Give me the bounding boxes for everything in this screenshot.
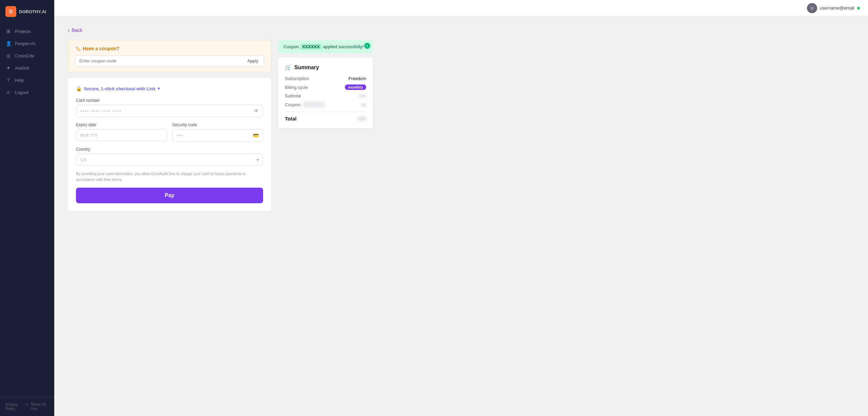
subtotal-value: $$$ (359, 93, 366, 98)
country-chevron-icon: ▾ (257, 157, 259, 162)
coupon-banner: 🏷️ Have a coupon? Apply (68, 40, 271, 72)
sidebar-item-label: Projects (15, 29, 31, 34)
summary-row-subscription: Subscription Freedom (285, 76, 366, 81)
privacy-policy-link[interactable]: Privacy Policy (5, 402, 24, 411)
subscription-label: Subscription (285, 76, 309, 81)
footer-separator: • (27, 402, 28, 411)
expiry-group: Expiry date MM/YY (76, 122, 167, 141)
sidebar-logo: D DOROTHY.AI (0, 0, 54, 22)
coupon-tag-icon: 🏷️ (75, 46, 81, 51)
username-label: username@email (820, 5, 854, 11)
topbar-user[interactable]: U username@email (807, 3, 860, 13)
app-logo-text: DOROTHY.AI (19, 9, 46, 14)
card-number-dots: •••• •••• •••• •••• (80, 109, 122, 114)
summary-divider (285, 111, 366, 112)
eye-icon[interactable]: 👁 (254, 108, 259, 114)
people-ai-icon: 👤 (5, 41, 12, 46)
sidebar-item-label: Logout (15, 90, 28, 95)
coupon-apply-button[interactable]: Apply (242, 55, 264, 67)
security-code-label: Security code (172, 122, 263, 127)
checkout-layout: 🏷️ Have a coupon? Apply 🔒 Secure, 1-clic… (68, 40, 373, 211)
sidebar: D DOROTHY.AI ⊞ Projects 👤 People+AI ◎ Cr… (0, 0, 54, 416)
security-code-input-wrapper[interactable]: ••• 💳 (172, 129, 263, 141)
total-label: Total (285, 116, 297, 121)
topbar: U username@email (54, 0, 868, 16)
summary-row-coupon: Coupon: XXXXXX -$$ (285, 102, 366, 107)
coupon-name-blurred: XXXXXX (303, 102, 325, 107)
summary-row-total: Total $$$ (285, 116, 366, 121)
coupon-success-text: Coupon XXXXXX applied successfully! (283, 44, 368, 49)
sidebar-item-label: People+AI (15, 41, 35, 46)
billing-cycle-label: Billing cycle (285, 85, 308, 90)
page-content: ‹ Back 🏷️ Have a coupon? Apply (54, 16, 868, 416)
country-select[interactable]: US ▾ (76, 154, 263, 166)
summary-card: 🛒 Summary Subscription Freedom Billing c… (278, 57, 373, 128)
coupon-row-label: Coupon: (285, 102, 301, 107)
coupon-success-banner: Coupon XXXXXX applied successfully! × (278, 40, 373, 53)
sidebar-item-label: AskDot (15, 65, 29, 71)
summary-row-billing-cycle: Billing cycle monthly (285, 84, 366, 90)
coupon-dismiss-button[interactable]: × (364, 43, 370, 49)
sidebar-item-label: Help (15, 78, 24, 83)
coupon-label-row: Coupon: XXXXXX (285, 102, 325, 107)
sidebar-item-askdot[interactable]: ✦ AskDot (0, 62, 54, 74)
total-value: $$$ (358, 116, 366, 121)
terms-text: By providing your card information, you … (76, 171, 263, 182)
summary-section: Coupon XXXXXX applied successfully! × 🛒 … (278, 40, 373, 128)
sidebar-item-projects[interactable]: ⊞ Projects (0, 25, 54, 37)
cart-icon: 🛒 (285, 64, 292, 71)
card-number-label: Card number (76, 98, 263, 103)
main-content: U username@email ‹ Back 🏷️ Have a coupon… (54, 0, 868, 416)
security-code-group: Security code ••• 💳 (172, 122, 263, 141)
summary-title: 🛒 Summary (285, 64, 366, 71)
help-icon: ? (5, 77, 12, 83)
summary-row-subtotal: Subtotal $$$ (285, 93, 366, 98)
back-label: Back (72, 27, 82, 33)
coupon-banner-title: 🏷️ Have a coupon? (75, 46, 264, 51)
sidebar-item-logout[interactable]: ⎋ Logout (0, 86, 54, 98)
subscription-value: Freedom (349, 76, 366, 81)
expiry-input-wrapper[interactable]: MM/YY (76, 129, 167, 141)
card-number-input-wrapper[interactable]: •••• •••• •••• •••• 👁 (76, 105, 263, 117)
sidebar-item-help[interactable]: ? Help (0, 74, 54, 86)
sidebar-item-people-ai[interactable]: 👤 People+AI (0, 37, 54, 50)
footer-links: Privacy Policy • Terms Of Use (5, 402, 49, 411)
logout-icon: ⎋ (5, 90, 12, 95)
sidebar-footer: Privacy Policy • Terms Of Use (0, 397, 54, 416)
sidebar-item-crosscite[interactable]: ◎ CrossCite (0, 50, 54, 62)
country-group: Country US ▾ (76, 147, 263, 166)
chevron-down-icon: ▾ (158, 86, 160, 91)
lock-icon: 🔒 (76, 86, 82, 91)
secure-checkout-link[interactable]: 🔒 Secure, 1-click checkout with Link ▾ (76, 86, 263, 91)
online-status-indicator (857, 7, 860, 10)
subtotal-label: Subtotal (285, 93, 301, 98)
expiry-security-row: Expiry date MM/YY Security code ••• 💳 (76, 122, 263, 141)
payment-card: 🔒 Secure, 1-click checkout with Link ▾ C… (68, 78, 271, 211)
sidebar-item-label: CrossCite (15, 53, 34, 58)
monthly-badge: monthly (345, 84, 366, 90)
terms-of-use-link[interactable]: Terms Of Use (31, 402, 49, 411)
country-label: Country (76, 147, 263, 152)
back-chevron-icon: ‹ (68, 27, 70, 33)
askdot-icon: ✦ (5, 65, 12, 71)
coupon-discount-value: -$$ (360, 102, 366, 107)
country-value: US (80, 157, 86, 162)
back-link[interactable]: ‹ Back (68, 27, 82, 33)
security-code-placeholder: ••• (177, 133, 183, 138)
card-number-group: Card number •••• •••• •••• •••• 👁 (76, 98, 263, 117)
crosscite-icon: ◎ (5, 53, 12, 58)
coupon-code-highlighted: XXXXXX (300, 44, 322, 50)
avatar: U (807, 3, 817, 13)
sidebar-nav: ⊞ Projects 👤 People+AI ◎ CrossCite ✦ Ask… (0, 22, 54, 397)
coupon-input-row: Apply (75, 55, 264, 67)
pay-button[interactable]: Pay (76, 188, 263, 203)
cvc-icon: 💳 (253, 133, 259, 138)
checkout-left: 🏷️ Have a coupon? Apply 🔒 Secure, 1-clic… (68, 40, 271, 211)
coupon-code-input[interactable] (75, 55, 242, 67)
expiry-label: Expiry date (76, 122, 167, 127)
projects-icon: ⊞ (5, 29, 12, 34)
app-logo-icon: D (5, 6, 16, 17)
expiry-placeholder: MM/YY (80, 133, 98, 138)
